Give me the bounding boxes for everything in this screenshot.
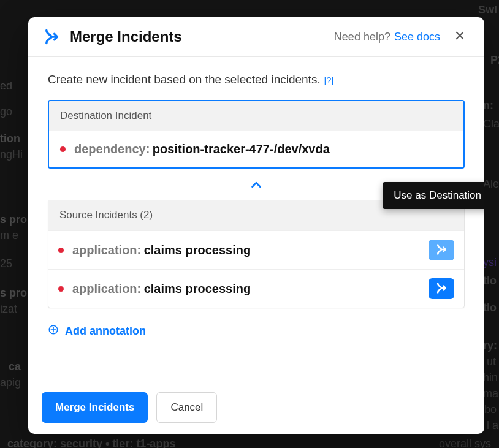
destination-key-label: dependency: [74, 142, 150, 156]
modal-title: Merge Incidents [70, 28, 182, 45]
help-prompt: Need help? [334, 31, 390, 44]
source-value: claims processing [144, 282, 251, 295]
source-incident-row[interactable]: application: claims processing [48, 230, 464, 269]
add-annotation-label: Add annotation [65, 325, 146, 338]
status-dot-icon [60, 146, 66, 152]
merge-into-icon [435, 282, 448, 296]
merge-into-icon [435, 243, 448, 257]
destination-value: position-tracker-477-/dev/xvda [153, 142, 330, 156]
intro-text-row: Create new incident based on the selecte… [48, 73, 465, 86]
use-as-destination-button[interactable] [429, 278, 454, 299]
add-annotation-button[interactable]: Add annotation [48, 324, 146, 338]
use-as-destination-tooltip: Use as Destination [383, 182, 484, 209]
help-hint-icon[interactable]: [?] [324, 75, 334, 85]
see-docs-link[interactable]: See docs [394, 31, 440, 44]
modal-body: Create new incident based on the selecte… [28, 57, 484, 381]
plus-circle-icon [48, 324, 59, 338]
status-dot-icon [58, 248, 64, 253]
modal-footer: Merge Incidents Cancel [28, 381, 484, 434]
modal-header: Merge Incidents Need help? See docs [28, 17, 484, 57]
merge-icon [43, 28, 60, 45]
destination-incident-row[interactable]: dependency: position-tracker-477-/dev/xv… [49, 131, 463, 167]
status-dot-icon [58, 286, 64, 292]
chevron-up-icon [250, 184, 263, 194]
destination-incident-panel: Destination Incident dependency: positio… [48, 100, 465, 169]
source-key-label: application: [72, 243, 141, 257]
merge-incidents-button[interactable]: Merge Incidents [42, 392, 148, 423]
merge-incidents-modal: Merge Incidents Need help? See docs Crea… [28, 17, 484, 434]
use-as-destination-button[interactable] [429, 240, 454, 260]
cancel-button[interactable]: Cancel [156, 392, 217, 423]
destination-panel-header: Destination Incident [49, 101, 463, 131]
collapse-toggle-button[interactable] [250, 178, 263, 194]
source-key-label: application: [72, 282, 141, 295]
close-icon [454, 29, 465, 45]
close-button[interactable] [451, 28, 468, 45]
source-incident-row[interactable]: application: claims processing [48, 269, 464, 308]
source-value: claims processing [144, 243, 251, 257]
intro-text: Create new incident based on the selecte… [48, 73, 321, 86]
source-incidents-panel: Use as Destination Source Incidents (2) … [48, 200, 465, 308]
